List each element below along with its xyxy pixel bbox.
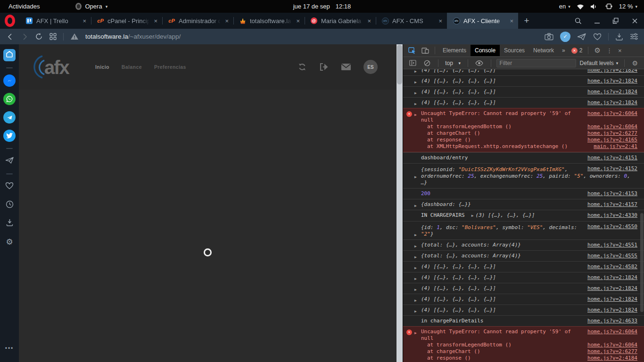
stack-source-link[interactable]: home.js?v=2:4184	[587, 355, 637, 362]
stack-source-link[interactable]: home.js?v=2:6277	[587, 130, 637, 137]
app-menu[interactable]: Opera ▾	[75, 3, 107, 10]
browser-tab[interactable]: totalsoftware.la×	[233, 13, 305, 29]
browser-tab[interactable]: afxAFX - Cliente×	[447, 13, 518, 29]
inspect-element-icon[interactable]	[406, 47, 418, 54]
console-row[interactable]: home.js?v=2:1824▶(4) [{…}, {…}, {…}, {…}…	[403, 294, 644, 304]
devtools-tab-elements[interactable]: Elements	[438, 45, 471, 56]
activities-button[interactable]: Actividades	[0, 3, 48, 10]
stack-source-link[interactable]: home.js?v=2:6064	[587, 342, 637, 348]
back-button[interactable]	[7, 33, 14, 41]
nav-item-preferencias[interactable]: Preferencias	[154, 64, 186, 70]
tab-close-icon[interactable]: ×	[295, 17, 301, 25]
tab-close-icon[interactable]: ×	[224, 17, 230, 25]
source-link[interactable]: home.js?v=2:4153	[587, 190, 637, 197]
battery-percentage[interactable]: 12 % ▾	[619, 3, 637, 10]
bookmark-heart-icon[interactable]	[593, 33, 602, 41]
device-toolbar-icon[interactable]	[419, 47, 431, 54]
console-row[interactable]: home.js?v=2:4330IN CHARGEPAIRS▶(3) [{…},…	[403, 210, 644, 221]
source-link[interactable]: home.js?v=2:1824	[587, 285, 637, 292]
source-link[interactable]: home.js?v=2:4551	[587, 242, 637, 248]
source-link[interactable]: home.js?v=2:4152	[587, 165, 637, 172]
devtools-settings-gear-icon[interactable]: ⚙	[592, 46, 603, 55]
easy-setup-tune-icon[interactable]	[630, 33, 638, 40]
download-icon[interactable]	[615, 33, 623, 41]
expand-caret-icon[interactable]: ▶	[414, 254, 417, 261]
console-row[interactable]: home.js?v=2:1824▶(4) [{…}, {…}, {…}, {…}…	[403, 283, 644, 294]
console-row[interactable]: home.js?v=2:4153200	[403, 188, 644, 199]
expand-caret-icon[interactable]: ▶	[414, 265, 417, 272]
tab-close-icon[interactable]: ×	[438, 17, 443, 25]
browser-tab[interactable]: cPAdministrador de×	[162, 13, 233, 29]
nav-item-inicio[interactable]: Inicio	[95, 64, 109, 70]
console-row[interactable]: home.js?v=2:4157▶{dashboard: {…}}	[403, 199, 644, 210]
sidebar-item-my-flow[interactable]	[3, 155, 16, 167]
url-field[interactable]: totalsoftware.la/~afxuser/dev/app/	[85, 33, 538, 40]
console-row[interactable]: home.js?v=2:1824▶(4) [{…}, {…}, {…}, {…}…	[403, 69, 644, 75]
browser-tab[interactable]: cPcPanel - Principal×	[91, 13, 162, 29]
source-link[interactable]: home.js?v=2:4151	[587, 155, 637, 161]
stack-source-link[interactable]: main.js?v=2:41	[594, 143, 637, 150]
sidebar-item-twitter[interactable]	[3, 130, 16, 142]
console-row[interactable]: home.js?v=2:4555▶{total: {…}, accounts: …	[403, 250, 644, 261]
console-filter-input[interactable]	[496, 59, 576, 67]
mail-icon[interactable]	[341, 63, 351, 71]
browser-tab[interactable]: afxAFX - CMS×	[376, 13, 447, 29]
expand-caret-icon[interactable]: ▶	[414, 79, 417, 86]
source-link[interactable]: home.js?v=2:1824	[587, 307, 637, 313]
expand-caret-icon[interactable]: ▶	[414, 308, 417, 315]
page-scrollbar-thumb[interactable]	[397, 45, 402, 84]
source-link[interactable]: home.js?v=2:4157	[587, 201, 637, 208]
snapshot-camera-icon[interactable]	[545, 33, 553, 41]
console-row[interactable]: home.js?v=2:4582▶(4) [{…}, {…}, {…}, {…}…	[403, 261, 644, 272]
my-flow-send-icon[interactable]	[577, 33, 586, 41]
console-row[interactable]: home.js?v=2:4551▶{total: {…}, accounts: …	[403, 239, 644, 250]
refresh-icon[interactable]	[297, 63, 307, 71]
sidebar-item-telegram[interactable]	[3, 111, 16, 123]
console-row[interactable]: home.js?v=2:1824▶(4) [{…}, {…}, {…}, {…}…	[403, 75, 644, 86]
speed-dial-grid-icon[interactable]	[50, 33, 57, 40]
expand-caret-icon[interactable]: ▶	[414, 112, 417, 118]
sidebar-item-downloads[interactable]	[3, 217, 16, 230]
logout-icon[interactable]	[319, 63, 329, 71]
source-link[interactable]: home.js?v=2:1824	[587, 296, 637, 303]
console-error-row[interactable]: ✕home.js?v=2:6064▶Uncaught TypeError: Ca…	[403, 326, 644, 362]
sidebar-item-bookmarks[interactable]	[3, 181, 16, 193]
source-link[interactable]: home.js?v=2:1824	[587, 78, 637, 84]
window-maximize-button[interactable]	[606, 13, 625, 29]
source-link[interactable]: home.js?v=2:4330	[587, 212, 637, 219]
console-row[interactable]: home.js?v=2:1824▶(4) [{…}, {…}, {…}, {…}…	[403, 304, 644, 315]
console-row[interactable]: home.js?v=2:4633in chargePairDetails	[403, 315, 644, 326]
opera-menu-button[interactable]	[0, 13, 20, 29]
devtools-menu-icon[interactable]: ⋮	[604, 47, 615, 54]
sidebar-more-button[interactable]: •••	[5, 345, 14, 352]
browser-tab[interactable]: @Maria Gabriela H×	[305, 13, 376, 29]
source-link[interactable]: home.js?v=2:4582	[587, 263, 637, 270]
expand-caret-icon[interactable]: ▶	[414, 287, 417, 293]
source-link[interactable]: home.js?v=2:1824	[587, 69, 637, 74]
live-expression-eye-icon[interactable]	[473, 60, 486, 66]
devtools-tab-network[interactable]: Network	[529, 45, 558, 56]
new-tab-button[interactable]: +	[518, 13, 535, 29]
console-row[interactable]: home.js?v=2:4550▶{id: 1, dsc: "Bolívares…	[403, 221, 644, 239]
console-settings-gear-icon[interactable]: ⚙	[629, 59, 640, 67]
expand-caret-icon[interactable]: ▶	[414, 232, 417, 239]
expand-caret-icon[interactable]: ▶	[414, 276, 417, 282]
afx-logo[interactable]: afx	[31, 53, 74, 81]
language-badge[interactable]: ES	[363, 60, 378, 74]
devtools-tab-console[interactable]: Console	[471, 45, 500, 56]
page-scrollbar[interactable]	[396, 44, 403, 362]
adblock-shield-icon[interactable]: ✓	[560, 32, 570, 42]
tab-close-icon[interactable]: ×	[153, 17, 158, 25]
system-status-area[interactable]: en ▾ 12 % ▾	[559, 3, 644, 10]
source-link[interactable]: home.js?v=2:4550	[587, 223, 637, 230]
window-minimize-button[interactable]	[587, 13, 606, 29]
source-link[interactable]: home.js?v=2:1824	[587, 99, 637, 106]
sidebar-item-messenger[interactable]	[3, 74, 16, 87]
clear-console-icon[interactable]	[421, 60, 433, 66]
expand-caret-icon[interactable]: ▶	[414, 101, 417, 107]
more-tabs-button[interactable]: »	[559, 47, 568, 54]
window-close-button[interactable]	[625, 13, 644, 29]
tab-close-icon[interactable]: ×	[509, 17, 514, 25]
tab-close-icon[interactable]: ×	[366, 17, 372, 25]
expand-caret-icon[interactable]: ▶	[414, 330, 417, 337]
